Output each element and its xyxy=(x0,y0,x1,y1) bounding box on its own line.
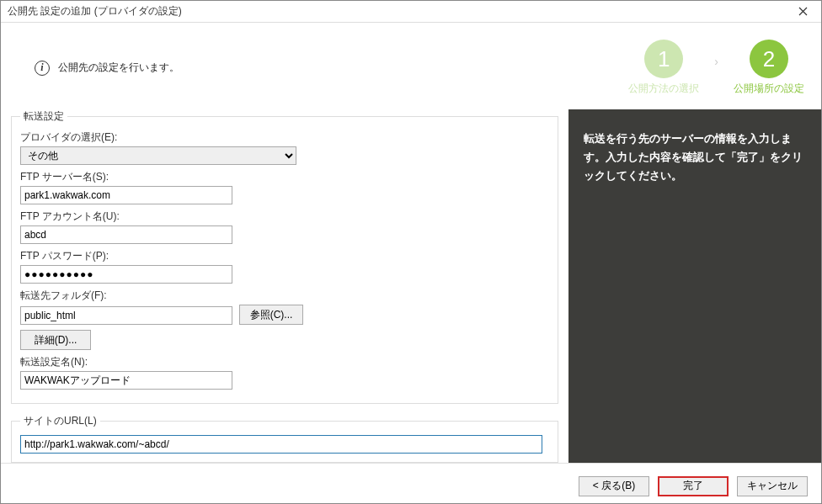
step-1: 1 公開方法の選択 xyxy=(628,40,699,96)
ftp-password-input[interactable] xyxy=(20,265,232,284)
provider-label: プロバイダの選択(E): xyxy=(20,130,549,145)
ftp-account-label: FTP アカウント名(U): xyxy=(20,210,549,224)
header-text: 公開先の設定を行います。 xyxy=(58,61,179,75)
step-1-label: 公開方法の選択 xyxy=(628,82,699,96)
ftp-server-row: FTP サーバー名(S): xyxy=(20,170,549,204)
dest-folder-label: 転送先フォルダ(F): xyxy=(20,289,549,303)
transfer-legend: 転送設定 xyxy=(20,109,67,124)
step-2-circle: 2 xyxy=(750,40,788,78)
main: 転送設定 プロバイダの選択(E): その他 FTP サーバー名(S): FTP … xyxy=(1,109,821,463)
form-panel: 転送設定 プロバイダの選択(E): その他 FTP サーバー名(S): FTP … xyxy=(1,109,568,463)
header: i 公開先の設定を行います。 1 公開方法の選択 › 2 公開場所の設定 xyxy=(1,23,821,109)
setting-name-row: 転送設定名(N): xyxy=(20,355,549,390)
info-icon: i xyxy=(35,61,50,76)
browse-button[interactable]: 参照(C)... xyxy=(239,305,303,325)
provider-select[interactable]: その他 xyxy=(20,146,296,165)
finish-button[interactable]: 完了 xyxy=(658,476,729,496)
footer: < 戻る(B) 完了 キャンセル xyxy=(1,463,821,504)
step-separator: › xyxy=(714,55,718,82)
titlebar: 公開先 設定の追加 (プロバイダの設定) xyxy=(1,1,821,23)
window-title: 公開先 設定の追加 (プロバイダの設定) xyxy=(8,4,182,19)
close-icon xyxy=(798,7,808,16)
step-2: 2 公開場所の設定 xyxy=(734,40,804,96)
ftp-password-row: FTP パスワード(P): xyxy=(20,249,549,284)
ftp-server-label: FTP サーバー名(S): xyxy=(20,170,549,184)
header-left: i 公開先の設定を行います。 xyxy=(35,61,179,76)
dest-folder-row: 転送先フォルダ(F): 参照(C)... xyxy=(20,289,549,325)
site-url-group: サイトのURL(L) xyxy=(11,414,558,463)
ftp-password-label: FTP パスワード(P): xyxy=(20,249,549,263)
back-button[interactable]: < 戻る(B) xyxy=(579,476,649,496)
cancel-button[interactable]: キャンセル xyxy=(737,476,808,496)
help-text: 転送を行う先のサーバーの情報を入力します。入力した内容を確認して「完了」をクリッ… xyxy=(584,130,806,185)
dest-folder-inline: 参照(C)... xyxy=(20,305,549,325)
step-2-label: 公開場所の設定 xyxy=(734,82,804,96)
step-1-circle: 1 xyxy=(644,40,683,78)
setting-name-input[interactable] xyxy=(20,371,232,390)
wizard-steps: 1 公開方法の選択 › 2 公開場所の設定 xyxy=(628,40,813,96)
help-panel: 転送を行う先のサーバーの情報を入力します。入力した内容を確認して「完了」をクリッ… xyxy=(568,109,821,463)
setting-name-label: 転送設定名(N): xyxy=(20,355,549,369)
site-url-legend: サイトのURL(L) xyxy=(20,414,100,428)
close-button[interactable] xyxy=(784,1,821,23)
site-url-input[interactable] xyxy=(20,435,542,454)
ftp-account-row: FTP アカウント名(U): xyxy=(20,210,549,244)
detail-button[interactable]: 詳細(D)... xyxy=(20,330,91,350)
ftp-account-input[interactable] xyxy=(20,225,232,244)
ftp-server-input[interactable] xyxy=(20,186,232,204)
provider-row: プロバイダの選択(E): その他 xyxy=(20,130,549,165)
transfer-settings-group: 転送設定 プロバイダの選択(E): その他 FTP サーバー名(S): FTP … xyxy=(11,109,558,404)
dest-folder-input[interactable] xyxy=(20,306,232,325)
detail-row: 詳細(D)... xyxy=(20,330,549,350)
